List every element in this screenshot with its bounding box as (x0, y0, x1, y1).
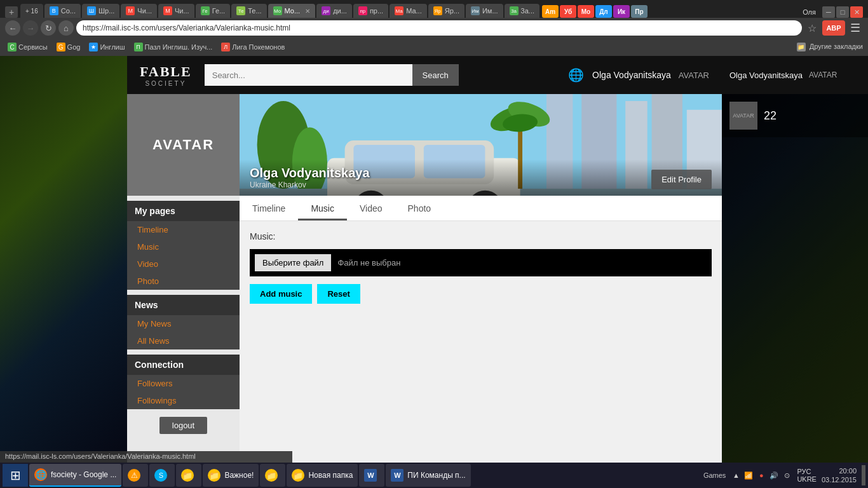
reset-button[interactable]: Reset (317, 284, 360, 304)
sidebar-link-video[interactable]: Video (127, 255, 240, 273)
search-input[interactable] (205, 64, 412, 86)
tab-timeline[interactable]: Timeline (240, 198, 298, 220)
tab-co[interactable]: B Со... (44, 4, 81, 18)
tab-chi2[interactable]: М Чи... (158, 4, 194, 18)
taskbar-app-important[interactable]: 📁 Важное! (203, 464, 259, 487)
taskbar-app-warning[interactable]: ⚠ (123, 464, 148, 487)
tab-di[interactable]: ди ди... (316, 4, 352, 18)
start-button[interactable]: ⊞ (3, 464, 28, 487)
avp-button[interactable]: АВР (822, 20, 845, 36)
search-button[interactable]: Search (412, 64, 459, 86)
forward-button[interactable]: → (23, 20, 38, 36)
right-avatar-label: AVATAR (733, 112, 754, 119)
taskbar-app-word1[interactable]: W (359, 464, 384, 487)
taskbar-app-skype[interactable]: S (149, 464, 175, 487)
tray-arrow[interactable]: ▲ (731, 470, 741, 480)
close-btn[interactable]: ✕ (850, 6, 863, 18)
news-header: News (127, 295, 240, 315)
tab-chi1[interactable]: М Чи... (121, 4, 157, 18)
logo-sub: SOCIETY (145, 80, 186, 87)
sidebar-link-followers[interactable]: Followers (127, 375, 240, 392)
home-button[interactable]: ⌂ (58, 20, 74, 36)
bookmark-inglish[interactable]: ★ Инглиш (86, 41, 127, 53)
sidebar-link-photo[interactable]: Photo (127, 273, 240, 290)
sidebar-link-followings[interactable]: Followings (127, 392, 240, 409)
logo-text: FABLE (140, 64, 192, 80)
tab-ge[interactable]: Ге Ге... (196, 4, 231, 18)
bookmark-star[interactable]: ☆ (804, 20, 820, 36)
menu-button[interactable]: ☰ (848, 20, 863, 36)
taskbar-app-word2[interactable]: W ПИ Команды п... (386, 464, 470, 487)
right-top-avatar: AVATAR (809, 71, 837, 79)
show-desktop-button[interactable] (862, 465, 865, 485)
tab-ma[interactable]: Ма Ма... (390, 4, 427, 18)
taskbar-app-folder2[interactable]: 📁 (260, 464, 285, 487)
connection-header: Connection (127, 355, 240, 375)
header-username: Olga Vodyanitskaya (592, 70, 671, 80)
music-label: Music: (250, 231, 712, 241)
header-avatar-label: AVATAR (679, 71, 709, 80)
site-logo: FABLE SOCIETY (140, 64, 192, 87)
bookmark-pokemon[interactable]: Л Лига Покемонов (219, 41, 287, 53)
bookmark-gog[interactable]: G Gog (54, 41, 83, 53)
tab-3a[interactable]: 3а 3а... (505, 4, 539, 18)
tray-sound[interactable]: 🔊 (769, 470, 779, 480)
back-button[interactable]: ← (5, 20, 20, 36)
logout-button[interactable]: logout (159, 417, 207, 434)
user-label-top: Оля (803, 8, 816, 16)
tab-video[interactable]: Video (347, 198, 395, 220)
profile-name: Olga Vodyanitskaya (250, 166, 370, 180)
sidebar-link-all-news[interactable]: All News (127, 332, 240, 349)
file-name-display: Файл не выбран (331, 258, 407, 268)
new-tab-button[interactable]: + (5, 6, 18, 18)
tab-ya[interactable]: Яр Яр... (428, 4, 465, 18)
tray-wifi[interactable]: ⊙ (782, 470, 792, 480)
add-music-button[interactable]: Add music (250, 284, 312, 304)
profile-location: Ukraine Kharkov (250, 180, 370, 189)
tab-photo[interactable]: Photo (395, 198, 444, 220)
address-bar[interactable] (76, 20, 802, 36)
right-avatar-box: AVATAR (729, 102, 757, 130)
tab-pr[interactable]: пр пр... (353, 4, 388, 18)
tab-16[interactable]: + 16 (20, 4, 43, 18)
bookmarks-other[interactable]: 📁 Другие закладки (797, 43, 863, 51)
tray-antivirus[interactable]: ● (756, 470, 766, 480)
minimize-btn[interactable]: ─ (822, 6, 835, 18)
bookmark-servisy[interactable]: С Сервисы (5, 41, 50, 53)
my-pages-header: My pages (127, 201, 240, 221)
tab-mo[interactable]: Мо Мо... ✕ (268, 4, 316, 18)
left-avatar-text: AVATAR (153, 137, 214, 153)
left-avatar-area: AVATAR (127, 94, 240, 196)
edit-profile-button[interactable]: Edit Profile (651, 170, 712, 189)
choose-file-button[interactable]: Выберите файл (255, 254, 331, 271)
sidebar-link-my-news[interactable]: My News (127, 315, 240, 332)
bookmark-puzzle[interactable]: П Пазл Инглиш. Изуч... (132, 41, 215, 53)
tray-network[interactable]: 📶 (743, 470, 754, 480)
taskbar-app-folder[interactable]: 📁 (176, 464, 201, 487)
taskbar-games[interactable]: Games (703, 471, 726, 479)
taskbar-app-new-folder[interactable]: 📁 Новая папка (287, 464, 358, 487)
right-count: 22 (764, 109, 776, 123)
taskbar-language[interactable]: РУС UKRE (797, 468, 817, 483)
sidebar-link-music[interactable]: Music (127, 238, 240, 255)
tab-im[interactable]: Им Им... (466, 4, 503, 18)
tab-shr[interactable]: Ш Шр... (82, 4, 119, 18)
taskbar-app-fsociety[interactable]: 🌐 fsociety - Google ... (29, 464, 121, 487)
right-top-username: Olga Vodyanitskaya (729, 71, 803, 80)
url-status-text: https://mail.isc-ls.com/users/Valerianka… (5, 452, 196, 460)
tab-music[interactable]: Music (298, 198, 347, 220)
reload-button[interactable]: ↻ (41, 20, 56, 36)
tab-tex[interactable]: Те Те... (231, 4, 266, 18)
globe-icon[interactable]: 🌐 (567, 66, 585, 84)
taskbar-time: 20:00 (822, 466, 857, 475)
maximize-btn[interactable]: □ (836, 6, 849, 18)
sidebar-link-timeline[interactable]: Timeline (127, 221, 240, 238)
taskbar-date: 03.12.2015 (822, 475, 857, 484)
